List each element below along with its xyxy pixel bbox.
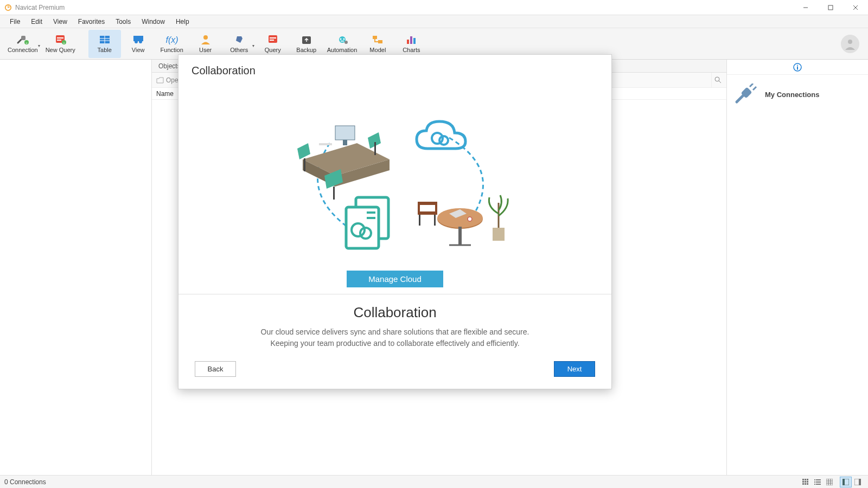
svg-rect-94 — [434, 215, 436, 226]
toolbar-table[interactable]: Table — [88, 30, 121, 58]
svg-rect-86 — [458, 227, 462, 245]
automation-icon — [336, 34, 349, 45]
my-connections-label: My Connections — [765, 91, 819, 99]
svg-point-18 — [135, 40, 138, 43]
svg-rect-59 — [816, 484, 821, 485]
plug-icon — [733, 84, 760, 105]
menu-help[interactable]: Help — [170, 16, 195, 27]
view-details-icon[interactable] — [824, 477, 835, 487]
menu-view[interactable]: View — [48, 16, 73, 27]
user-avatar[interactable] — [841, 35, 859, 53]
dialog-title: Collaboration — [192, 65, 598, 77]
svg-rect-5 — [21, 36, 25, 40]
svg-rect-35 — [413, 38, 416, 44]
svg-rect-52 — [805, 483, 806, 485]
view-list-icon[interactable] — [812, 477, 824, 487]
menu-tools[interactable]: Tools — [110, 16, 136, 27]
svg-rect-51 — [802, 483, 804, 485]
menu-file[interactable]: File — [4, 16, 25, 27]
back-button[interactable]: Back — [195, 361, 236, 377]
minimize-button[interactable] — [793, 0, 818, 15]
svg-point-88 — [468, 217, 472, 221]
svg-rect-50 — [807, 481, 808, 483]
svg-point-37 — [715, 77, 719, 81]
svg-rect-54 — [814, 479, 815, 480]
svg-rect-22 — [269, 35, 277, 43]
search-button[interactable] — [711, 73, 726, 88]
svg-rect-71 — [319, 143, 332, 145]
svg-rect-9 — [57, 37, 63, 38]
model-icon — [371, 34, 384, 45]
svg-rect-45 — [802, 479, 804, 480]
toolbar-charts[interactable]: Charts — [395, 30, 427, 58]
svg-rect-70 — [343, 140, 347, 145]
svg-rect-23 — [270, 37, 276, 38]
svg-point-28 — [343, 38, 344, 40]
status-connections: 0 Connections — [4, 478, 46, 486]
toolbar-others[interactable]: Others ▾ — [223, 30, 256, 58]
svg-rect-66 — [843, 479, 845, 485]
menu-window[interactable]: Window — [136, 16, 170, 27]
svg-line-38 — [719, 81, 721, 83]
menu-favorites[interactable]: Favorites — [73, 16, 110, 27]
svg-rect-10 — [57, 40, 61, 41]
app-title: Navicat Premium — [15, 4, 65, 11]
toolbar-newquery[interactable]: + New Query — [42, 30, 79, 58]
svg-rect-53 — [807, 483, 808, 485]
svg-rect-68 — [859, 479, 861, 485]
svg-rect-47 — [807, 479, 808, 480]
menubar: File Edit View Favorites Tools Window He… — [0, 15, 868, 28]
menu-edit[interactable]: Edit — [25, 16, 48, 27]
next-button[interactable]: Next — [554, 361, 595, 377]
function-icon: f(x) — [165, 34, 178, 45]
maximize-button[interactable] — [818, 0, 843, 15]
others-icon — [233, 34, 246, 45]
connection-tree[interactable] — [0, 60, 152, 475]
svg-text:+: + — [25, 41, 28, 44]
svg-point-30 — [344, 41, 348, 44]
titlebar: Navicat Premium — [0, 0, 868, 15]
toolbar-connection[interactable]: + Connection ▾ — [4, 30, 41, 58]
table-icon — [98, 34, 111, 45]
query-icon — [266, 34, 279, 45]
svg-rect-92 — [435, 205, 437, 211]
svg-rect-74 — [333, 187, 335, 200]
svg-rect-2 — [828, 5, 833, 10]
svg-rect-49 — [805, 481, 806, 483]
close-button[interactable] — [843, 0, 868, 15]
charts-icon — [405, 34, 418, 45]
toolbar-view[interactable]: View — [122, 30, 155, 58]
toggle-right-pane-icon[interactable] — [852, 477, 864, 487]
svg-rect-29 — [341, 41, 344, 42]
app-icon — [4, 4, 12, 11]
toolbar-backup[interactable]: Backup — [290, 30, 323, 58]
view-grid-small-icon[interactable] — [800, 477, 812, 487]
svg-rect-57 — [816, 481, 821, 483]
chevron-down-icon: ▾ — [38, 43, 40, 48]
svg-point-19 — [139, 40, 142, 43]
user-icon — [199, 34, 212, 45]
toolbar-automation[interactable]: Automation — [324, 30, 361, 58]
svg-rect-48 — [802, 481, 804, 483]
avatar-icon — [844, 38, 856, 50]
toolbar-user[interactable]: User — [189, 30, 222, 58]
svg-rect-89 — [418, 211, 437, 215]
svg-point-27 — [340, 38, 341, 40]
info-icon — [793, 63, 802, 72]
toolbar-model[interactable]: Model — [361, 30, 394, 58]
svg-rect-73 — [374, 142, 376, 155]
chevron-down-icon: ▾ — [252, 43, 254, 48]
toolbar-query[interactable]: Query — [257, 30, 289, 58]
svg-rect-90 — [418, 202, 437, 205]
toolbar-function[interactable]: f(x) Function — [156, 30, 188, 58]
toggle-left-pane-icon[interactable] — [840, 477, 852, 487]
svg-rect-60 — [826, 479, 833, 485]
collaboration-illustration — [192, 85, 598, 266]
manage-cloud-button[interactable]: Manage Cloud — [347, 271, 443, 287]
svg-rect-72 — [304, 158, 305, 171]
info-button[interactable] — [727, 60, 868, 75]
dialog-heading: Collaboration — [195, 304, 595, 321]
svg-text:f(x): f(x) — [165, 35, 178, 44]
svg-rect-83 — [493, 228, 505, 241]
svg-line-43 — [750, 84, 753, 87]
